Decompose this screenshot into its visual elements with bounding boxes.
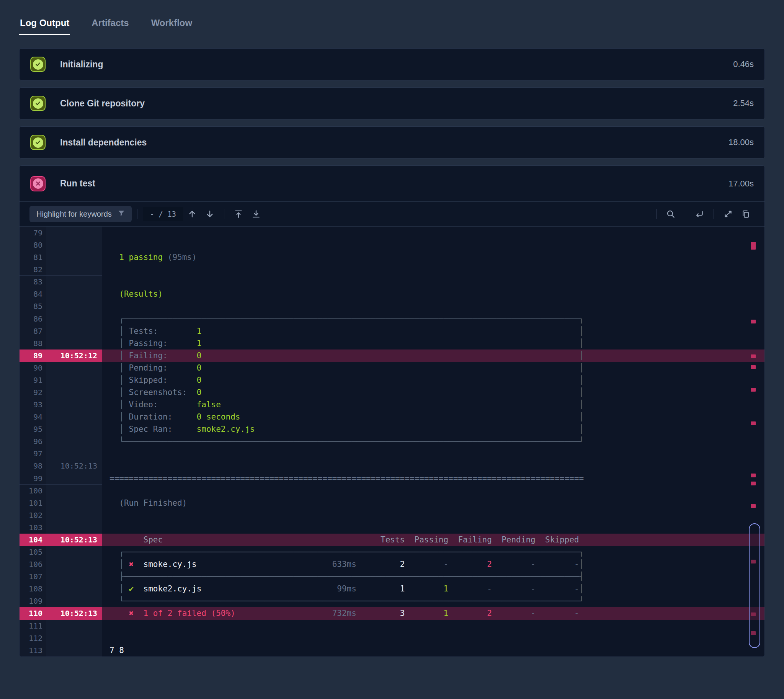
line-number[interactable]: 83 (20, 276, 46, 288)
line-content (102, 620, 764, 632)
line-timestamp (46, 558, 102, 570)
line-number[interactable]: 79 (20, 227, 46, 239)
line-number[interactable]: 99 (20, 472, 46, 485)
log-viewer: 798081 1 passing (95ms)828384 (Results)8… (20, 227, 764, 656)
line-number[interactable]: 91 (20, 374, 46, 386)
line-number[interactable]: 92 (20, 386, 46, 399)
line-number[interactable]: 94 (20, 411, 46, 423)
line-number[interactable]: 98 (20, 460, 46, 472)
line-content: (Run Finished) (102, 497, 764, 509)
line-number[interactable]: 81 (20, 251, 46, 263)
wrap-lines-icon[interactable] (692, 207, 707, 221)
log-line: 11010:52:13 ✖ 1 of 2 failed (50%) 732ms … (20, 607, 764, 619)
line-number[interactable]: 103 (20, 522, 46, 533)
step-panel-clone-git: Clone Git repository 2.54s (19, 87, 765, 119)
line-timestamp (46, 313, 102, 325)
line-timestamp (46, 620, 102, 632)
line-number[interactable]: 111 (20, 620, 46, 632)
log-line: 112 (20, 632, 764, 644)
line-content: ├───────────────────────────────────────… (102, 570, 764, 583)
next-match-button[interactable] (202, 207, 217, 221)
tab-artifacts[interactable]: Artifacts (91, 18, 129, 35)
log-line: 109 └───────────────────────────────────… (20, 595, 764, 607)
line-number[interactable]: 113 (20, 644, 46, 656)
line-timestamp: 10:52:12 (46, 350, 102, 362)
scrollbar-thumb[interactable] (749, 523, 760, 648)
line-content: │ Failing: 0 │ (102, 350, 764, 362)
copy-icon[interactable] (738, 207, 753, 221)
line-number[interactable]: 97 (20, 447, 46, 460)
log-minimap-scrollbar[interactable] (747, 227, 764, 656)
step-duration: 17.00s (728, 179, 754, 189)
line-timestamp (46, 570, 102, 583)
line-number[interactable]: 102 (20, 509, 46, 522)
line-content: │ Skipped: 0 │ (102, 374, 764, 386)
line-number[interactable]: 93 (20, 399, 46, 411)
line-timestamp (46, 362, 102, 374)
line-timestamp (46, 632, 102, 644)
line-number[interactable]: 84 (20, 288, 46, 300)
line-number[interactable]: 101 (20, 497, 46, 509)
line-timestamp (46, 583, 102, 595)
line-content (102, 632, 764, 644)
line-timestamp (46, 411, 102, 423)
line-timestamp: 10:52:13 (46, 533, 102, 546)
step-header[interactable]: Initializing 0.46s (20, 49, 764, 80)
line-content: │ Video: false │ (102, 399, 764, 411)
line-content: │ Pending: 0 │ (102, 362, 764, 374)
line-timestamp (46, 374, 102, 386)
keyword-filter-input[interactable]: Highlight for keywords (30, 206, 132, 222)
check-icon (30, 135, 46, 150)
line-number[interactable]: 107 (20, 570, 46, 583)
line-number[interactable]: 85 (20, 300, 46, 312)
line-number[interactable]: 104 (20, 533, 46, 546)
line-content: 7 8 (102, 644, 764, 656)
line-number[interactable]: 95 (20, 423, 46, 435)
line-number[interactable]: 96 (20, 435, 46, 447)
log-line: 94 │ Duration: 0 seconds │ (20, 411, 764, 423)
step-title: Install dependencies (60, 137, 147, 148)
line-number[interactable]: 88 (20, 337, 46, 350)
line-content: ========================================… (102, 472, 764, 485)
line-number[interactable]: 106 (20, 558, 46, 570)
line-number[interactable]: 89 (20, 350, 46, 362)
step-header[interactable]: Install dependencies 18.00s (20, 127, 764, 158)
line-content: └───────────────────────────────────────… (102, 435, 764, 447)
line-number[interactable]: 82 (20, 263, 46, 276)
scroll-to-top-button[interactable] (231, 207, 246, 221)
line-number[interactable]: 100 (20, 485, 46, 497)
log-line: 1137 8 (20, 644, 764, 656)
error-marker (751, 474, 756, 477)
expand-icon[interactable] (721, 207, 735, 221)
error-marker (751, 354, 756, 358)
search-icon[interactable] (663, 207, 678, 221)
log-line: 81 1 passing (95ms) (20, 251, 764, 263)
log-line: 10410:52:13 Spec Tests Passing Failing P… (20, 533, 764, 546)
line-number[interactable]: 112 (20, 632, 46, 644)
log-line: 80 (20, 239, 764, 251)
line-number[interactable]: 109 (20, 595, 46, 607)
step-header[interactable]: Clone Git repository 2.54s (20, 88, 764, 119)
line-number[interactable]: 108 (20, 583, 46, 595)
tab-log-output[interactable]: Log Output (20, 18, 69, 35)
log-line: 100 (20, 485, 764, 497)
line-timestamp (46, 325, 102, 337)
line-number[interactable]: 110 (20, 607, 46, 619)
line-number[interactable]: 105 (20, 546, 46, 558)
log-line: 92 │ Screenshots: 0 │ (20, 386, 764, 399)
steps-list: Initializing 0.46s Clone Git repository … (19, 48, 765, 657)
log-line: 102 (20, 509, 764, 522)
line-number[interactable]: 86 (20, 313, 46, 325)
line-content (102, 485, 764, 497)
prev-match-button[interactable] (185, 207, 199, 221)
line-timestamp (46, 522, 102, 533)
step-duration: 2.54s (733, 98, 754, 108)
error-marker (751, 388, 756, 392)
tab-workflow[interactable]: Workflow (151, 18, 192, 35)
line-number[interactable]: 80 (20, 239, 46, 251)
scroll-to-bottom-button[interactable] (249, 207, 264, 221)
line-number[interactable]: 87 (20, 325, 46, 337)
line-number[interactable]: 90 (20, 362, 46, 374)
step-header[interactable]: Run test 17.00s (20, 166, 764, 202)
step-title: Clone Git repository (60, 98, 145, 109)
